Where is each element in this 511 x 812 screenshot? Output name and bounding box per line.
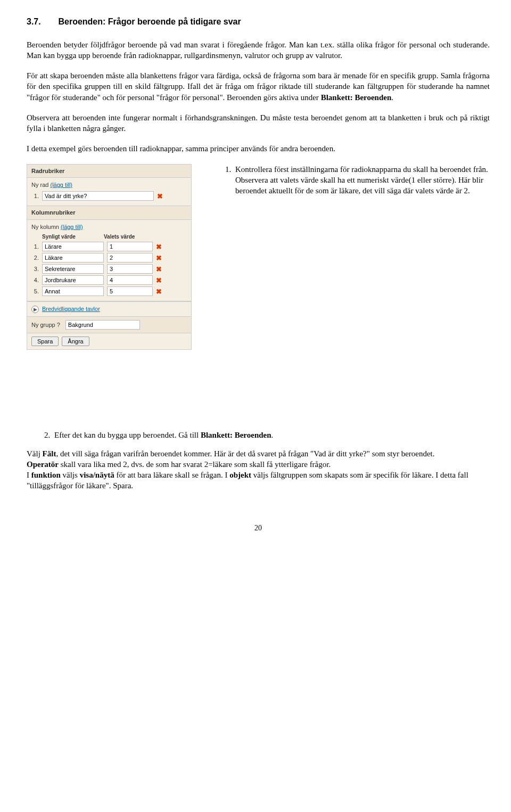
- visible-value-input[interactable]: [42, 242, 104, 251]
- step-1: Kontrollera först inställningarna för ra…: [233, 164, 490, 196]
- ny-rad-label: Ny rad: [31, 182, 48, 188]
- col-head-synligt: Synligt värde: [42, 233, 101, 241]
- option-row: 5. ✖: [31, 286, 187, 296]
- add-column-link[interactable]: (lägg till): [61, 224, 83, 230]
- save-button[interactable]: Spara: [31, 337, 59, 346]
- visible-value-input[interactable]: [42, 275, 104, 285]
- row-title-input[interactable]: [42, 191, 154, 201]
- radrubriker-header: Radrubriker: [27, 165, 192, 178]
- visible-value-input[interactable]: [42, 253, 104, 263]
- step-2: Efter det kan du bygga upp beroendet. Gå…: [52, 430, 490, 440]
- paragraph-2: För att skapa beroenden måste alla blank…: [27, 70, 490, 103]
- choice-value-input[interactable]: [107, 286, 153, 296]
- col-head-valets: Valets värde: [104, 233, 146, 241]
- ny-grupp-label: Ny grupp ?: [31, 321, 60, 329]
- add-row-link[interactable]: (lägg till): [50, 182, 72, 188]
- paragraph-7: I funktion väljs visa/näytä för att bara…: [27, 470, 490, 491]
- settings-panel: Radrubriker Ny rad (lägg till) 1. ✖ Kolu…: [27, 164, 192, 350]
- visible-value-input[interactable]: [42, 264, 104, 274]
- option-row: 3. ✖: [31, 264, 187, 274]
- heading-number: 3.7.: [27, 16, 56, 28]
- paragraph-4: I detta exempel görs beroenden till radi…: [27, 143, 490, 154]
- option-row: 1. ✖: [31, 242, 187, 251]
- kolumnrubriker-header: Kolumnrubriker: [27, 206, 192, 220]
- delete-icon[interactable]: ✖: [156, 276, 162, 285]
- option-row: 2. ✖: [31, 253, 187, 263]
- row-header-row: 1. ✖: [31, 191, 187, 201]
- section-heading: 3.7. Beroenden: Frågor beroende på tidig…: [27, 16, 490, 28]
- visible-value-input[interactable]: [42, 286, 104, 296]
- paragraph-3: Observera att beroenden inte fungerar no…: [27, 112, 490, 134]
- choice-value-input[interactable]: [107, 275, 153, 285]
- delete-icon[interactable]: ✖: [156, 265, 162, 274]
- paragraph-6: Operatör skall vara lika med 2, dvs. de …: [27, 459, 490, 470]
- delete-icon[interactable]: ✖: [157, 192, 163, 201]
- option-row: 4. ✖: [31, 275, 187, 285]
- delete-icon[interactable]: ✖: [156, 287, 162, 297]
- choice-value-input[interactable]: [107, 242, 153, 251]
- paragraph-5: Välj Fält, det vill säga frågan varifrån…: [27, 448, 490, 459]
- paragraph-1: Beroenden betyder följdfrågor beroende p…: [27, 39, 490, 61]
- expand-icon[interactable]: ▶: [31, 306, 39, 313]
- choice-value-input[interactable]: [107, 253, 153, 263]
- bredvid-link[interactable]: Bredvidliggande tavlor: [42, 305, 100, 313]
- page-number: 20: [27, 523, 490, 534]
- delete-icon[interactable]: ✖: [156, 242, 162, 252]
- ny-kolumn-label: Ny kolumn: [31, 224, 59, 230]
- choice-value-input[interactable]: [107, 264, 153, 274]
- heading-text: Beroenden: Frågor beroende på tidigare s…: [58, 17, 241, 26]
- undo-button[interactable]: Ångra: [62, 337, 89, 346]
- group-name-input[interactable]: [65, 320, 140, 330]
- delete-icon[interactable]: ✖: [156, 253, 162, 263]
